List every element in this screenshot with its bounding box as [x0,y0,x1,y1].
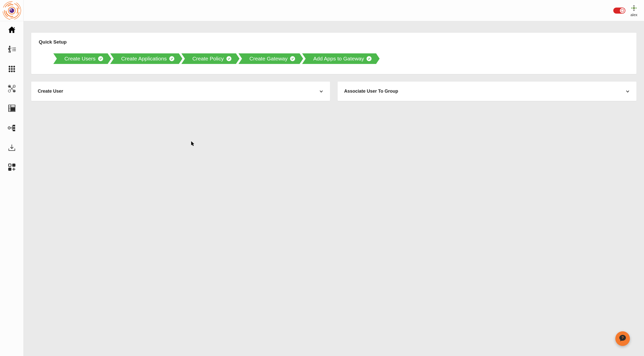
logo-container [0,0,24,21]
svg-point-29 [11,68,13,70]
toggle-knob-icon [620,8,625,13]
chevron-down-icon [319,89,324,94]
svg-rect-57 [9,164,11,166]
svg-point-28 [9,68,10,70]
svg-point-13 [9,46,10,47]
svg-text:?: ? [621,335,624,340]
help-fab[interactable]: ? [615,331,630,346]
step-create-users[interactable]: Create Users [57,53,108,64]
svg-rect-22 [13,49,16,50]
svg-point-38 [8,90,10,92]
svg-point-26 [11,66,13,67]
check-circle-icon [226,56,231,61]
user-menu[interactable]: alex [630,4,638,17]
svg-rect-59 [9,168,11,170]
step-label: Add Apps to Gateway [313,56,364,62]
sidebar-item-settings[interactable] [4,123,19,134]
header-right: alex [613,4,638,17]
settings-tree-icon [8,124,16,133]
step-label: Create Users [64,56,96,62]
sidebar-item-home[interactable] [4,25,19,36]
top-header: alex [0,0,644,21]
sidebar: ✕ [0,21,24,356]
svg-rect-24 [13,51,16,51]
theme-toggle[interactable] [613,8,625,14]
step-create-applications[interactable]: Create Applications [114,53,179,64]
check-circle-icon [98,56,103,61]
grid-icon [8,65,16,74]
svg-text:✕: ✕ [13,85,15,87]
svg-point-30 [13,68,15,70]
main-content: Quick Setup Create Users Create Applicat… [24,21,644,356]
check-circle-icon [290,56,295,61]
home-icon [8,25,16,35]
svg-point-19 [12,48,12,48]
svg-rect-17 [8,48,9,50]
svg-rect-18 [10,48,11,48]
sidebar-item-network[interactable]: ✕ [4,84,19,95]
svg-rect-20 [13,48,16,48]
svg-point-32 [11,70,13,72]
step-create-gateway[interactable]: Create Gateway [242,53,300,64]
svg-point-5 [10,9,12,10]
svg-point-33 [13,70,15,72]
chevron-down-icon [625,89,630,94]
setup-steps: Create Users Create Applications Create … [39,53,629,64]
avatar-icon [630,4,638,12]
panel-create-user[interactable]: Create User [31,82,330,101]
username-label: alex [630,13,637,17]
check-circle-icon [169,56,174,61]
panel-associate-user-group[interactable]: Associate User To Group [338,82,636,101]
quick-setup-card: Quick Setup Create Users Create Applicat… [31,33,636,74]
step-label: Create Policy [192,56,224,62]
svg-rect-16 [10,51,11,53]
step-label: Create Applications [121,56,167,62]
svg-point-23 [12,50,12,51]
quick-setup-title: Quick Setup [39,39,629,45]
svg-point-21 [12,49,12,50]
svg-rect-55 [13,130,15,131]
svg-rect-15 [9,51,9,53]
step-add-apps-gateway[interactable]: Add Apps to Gateway [306,53,376,64]
help-chat-icon: ? [619,334,627,343]
sidebar-item-onboarding[interactable] [4,44,19,55]
product-logo[interactable] [2,1,22,20]
step-create-policy[interactable]: Create Policy [185,53,236,64]
svg-rect-54 [13,127,15,129]
report-icon [8,104,16,113]
check-circle-icon [367,56,372,61]
svg-rect-58 [13,164,15,166]
sidebar-item-download[interactable] [4,143,19,154]
download-icon [8,144,16,153]
panels-row: Create User Associate User To Group [31,82,636,101]
person-list-icon [8,45,16,55]
network-icon: ✕ [8,84,16,94]
step-label: Create Gateway [250,56,288,62]
svg-point-27 [13,66,15,67]
svg-point-31 [9,70,10,72]
panel-title: Associate User To Group [344,89,398,94]
svg-point-50 [9,128,10,128]
sidebar-item-reports[interactable] [4,103,19,114]
svg-rect-12 [9,30,10,31]
modules-add-icon [8,163,16,172]
svg-point-4 [9,8,14,13]
sidebar-item-add-module[interactable] [4,162,19,173]
sidebar-item-apps[interactable] [4,64,19,75]
svg-rect-48 [11,108,15,111]
svg-point-25 [9,66,10,67]
panel-title: Create User [38,89,63,94]
svg-rect-53 [13,125,15,127]
svg-rect-14 [9,47,10,51]
